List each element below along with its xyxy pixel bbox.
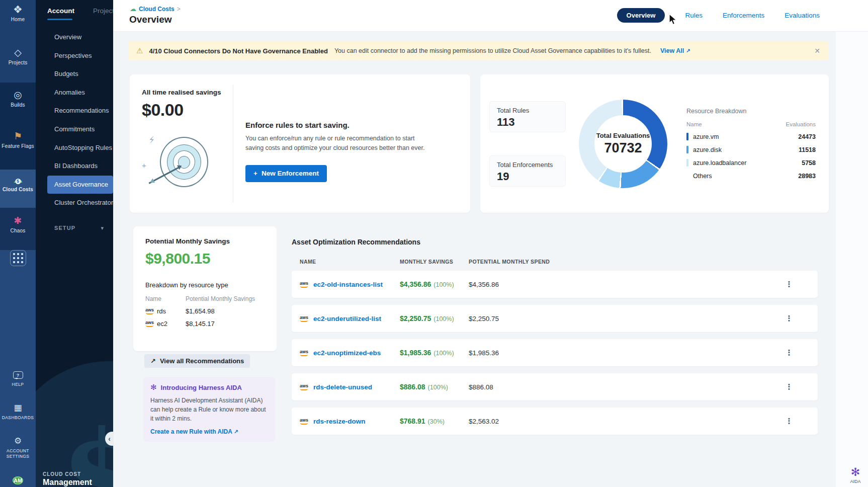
sidebar-item-budgets[interactable]: Budgets (36, 65, 113, 84)
legend-row: Others28983 (686, 172, 816, 180)
rule-link[interactable]: rds-resize-down (313, 418, 366, 425)
swatch-azure-loadbalancer (686, 159, 688, 167)
table-row[interactable]: aws rds-delete-unused $886.08(100%) $886… (292, 373, 818, 400)
kebab-menu-icon[interactable]: ⋮ (760, 280, 818, 289)
breadcrumb-cloud-costs[interactable]: Cloud Costs (139, 6, 175, 13)
kebab-menu-icon[interactable]: ⋮ (760, 348, 818, 357)
evaluations-card: Total Rules 113 Total Enforcements 19 To… (480, 74, 829, 213)
module-picker-button[interactable] (0, 250, 36, 266)
sidebar-item-cluster-orchestrator[interactable]: Cluster Orchestrator (36, 194, 113, 212)
nav-tab-overview[interactable]: Overview (617, 8, 665, 23)
nav-tab-rules[interactable]: Rules (685, 12, 703, 19)
swatch-azure-disk (686, 146, 688, 153)
total-enforcements-value: 19 (497, 170, 558, 183)
rule-link[interactable]: ec2-old-instances-list (313, 281, 383, 288)
rail-item-builds[interactable]: ◎ Builds (0, 90, 36, 108)
cloud-costs-sidebar: Account Project Overview Perspectives Bu… (36, 0, 113, 487)
sidebar-item-recommendations[interactable]: Recommendations (36, 102, 113, 120)
kebab-menu-icon[interactable]: ⋮ (760, 417, 818, 426)
aida-float-label: AIDA (844, 479, 867, 484)
total-rules-value: 113 (497, 116, 558, 129)
rail-item-chaos[interactable]: ✱ Chaos (0, 215, 36, 233)
rule-link[interactable]: ec2-unoptimized-ebs (313, 349, 381, 357)
aws-icon: aws (145, 320, 154, 327)
legend-row: azure.disk11518 (686, 146, 816, 153)
sidebar-item-overview[interactable]: Overview (36, 28, 113, 47)
kebab-menu-icon[interactable]: ⋮ (760, 382, 818, 391)
enforce-heading: Enforce rules to start saving. (245, 121, 431, 129)
banner-view-all-link[interactable]: View All ↗ (660, 47, 690, 54)
chevron-left-icon: ‹ (108, 435, 111, 443)
legend-title: Resource Breakdown (686, 108, 816, 115)
realised-savings-title: All time realised savings (142, 89, 233, 96)
aws-icon: aws (300, 418, 308, 425)
table-row[interactable]: aws rds-resize-down $768.91(30%) $2,563.… (292, 408, 818, 435)
breakdown-row-ec2: aws ec2 $8,145.17 (145, 320, 265, 328)
rail-label-feature-flags: Feature Flags (0, 143, 36, 149)
sidebar-item-asset-governance[interactable]: Asset Governance (47, 176, 113, 194)
tab-project[interactable]: Project (93, 7, 113, 15)
breakdown-row-rds: aws rds $1,654.98 (145, 307, 265, 315)
evaluations-donut-chart: Total Evaluations 70732 (579, 100, 667, 188)
aida-flower-icon: ✻ (844, 467, 867, 478)
main-content: ☁ Cloud Costs > Overview Overview Rules … (113, 0, 868, 487)
tab-account[interactable]: Account (47, 7, 74, 15)
sidebar-item-commitments[interactable]: Commitments (36, 120, 113, 139)
user-avatar-button[interactable]: AM (0, 474, 36, 487)
help-button[interactable]: ? HELP (0, 371, 36, 387)
breadcrumb: ☁ Cloud Costs > (130, 5, 181, 13)
aida-description: Harness AI Development Assistant (AIDA) … (150, 396, 268, 423)
rail-label-projects: Projects (0, 60, 36, 65)
dashboards-button[interactable]: ▦ DASHBOARDS (0, 402, 36, 420)
view-all-recommendations-button[interactable]: ↗ View all Recommendations (144, 354, 250, 368)
aws-icon: aws (300, 315, 308, 322)
table-row[interactable]: aws ec2-old-instances-list $4,356.86(100… (292, 271, 818, 298)
create-rule-with-aida-link[interactable]: Create a new Rule with AIDA ↗ (150, 428, 238, 435)
total-enforcements-stat: Total Enforcements 19 (489, 155, 566, 187)
module-name-line2: Management (43, 478, 92, 487)
breakdown-col-name: Name (145, 295, 186, 302)
rule-link[interactable]: rds-delete-unused (313, 383, 372, 391)
new-enforcement-button[interactable]: + New Enforcement (245, 165, 327, 182)
bolt-icon: ⚡ (148, 134, 156, 146)
realised-savings-card: All time realised savings $0.00 ⚡ + Enfo… (130, 74, 470, 213)
module-name-line1: CLOUD COST (43, 471, 92, 477)
recommendations-table-header: NAME MONTHLY SAVINGS POTENTIAL MONTHLY S… (292, 259, 818, 265)
external-link-icon: ↗ (150, 357, 156, 365)
total-rules-label: Total Rules (497, 107, 558, 114)
sidebar-item-perspectives[interactable]: Perspectives (36, 47, 113, 65)
close-icon[interactable]: ✕ (814, 47, 820, 55)
aida-title: Introducing Harness AIDA (161, 384, 242, 391)
legend-row: azure.vm24473 (686, 133, 816, 140)
rail-item-projects[interactable]: ◇ Projects (0, 47, 36, 65)
banner-title: 4/10 Cloud Connectors Do Not Have Govern… (149, 47, 327, 55)
breakdown-col-value: Potential Monthly Savings (186, 295, 255, 302)
rail-label-cloud-costs: Cloud Costs (0, 187, 36, 192)
recommendations-section: Asset Optimization Recommendations NAME … (292, 226, 827, 442)
module-rail: ❖ Home ◇ Projects ◎ Builds ⚑ Feature Fla… (0, 0, 36, 487)
rail-item-cloud-costs[interactable]: ☁$ Cloud Costs (0, 174, 36, 192)
rail-item-home[interactable]: ❖ Home (0, 4, 36, 22)
table-row[interactable]: aws ec2-underutilized-list $2,250.75(100… (292, 305, 818, 332)
nav-tab-evaluations[interactable]: Evaluations (785, 12, 820, 19)
account-settings-label-1: ACCOUNT (0, 448, 36, 453)
chevron-down-icon: ▾ (101, 225, 104, 231)
sidebar-item-bi-dashboards[interactable]: BI Dashboards (36, 157, 113, 176)
page-title: Overview (129, 14, 172, 25)
sidebar-scope-tabs: Account Project (36, 0, 113, 15)
sidebar-item-autostopping-rules[interactable]: AutoStopping Rules (36, 139, 113, 157)
sidebar-menu: Overview Perspectives Budgets Anomalies … (36, 28, 113, 212)
recommendations-title: Asset Optimization Recommendations (292, 238, 827, 246)
col-potential-monthly-spend: POTENTIAL MONTHLY SPEND (469, 259, 760, 265)
rail-item-feature-flags[interactable]: ⚑ Feature Flags (0, 131, 36, 149)
nav-tab-enforcements[interactable]: Enforcements (723, 12, 764, 19)
sidebar-item-anomalies[interactable]: Anomalies (36, 84, 113, 102)
aida-floating-button[interactable]: ✻ AIDA (844, 467, 867, 484)
potential-savings-title: Potential Monthly Savings (145, 237, 265, 245)
grid-icon (10, 250, 26, 266)
table-row[interactable]: aws ec2-unoptimized-ebs $1,985.36(100%) … (292, 339, 818, 366)
account-settings-button[interactable]: ⚙ ACCOUNT SETTINGS (0, 436, 36, 459)
kebab-menu-icon[interactable]: ⋮ (760, 314, 818, 323)
rule-link[interactable]: ec2-underutilized-list (313, 315, 381, 322)
sidebar-setup-toggle[interactable]: SETUP ▾ (36, 225, 113, 231)
